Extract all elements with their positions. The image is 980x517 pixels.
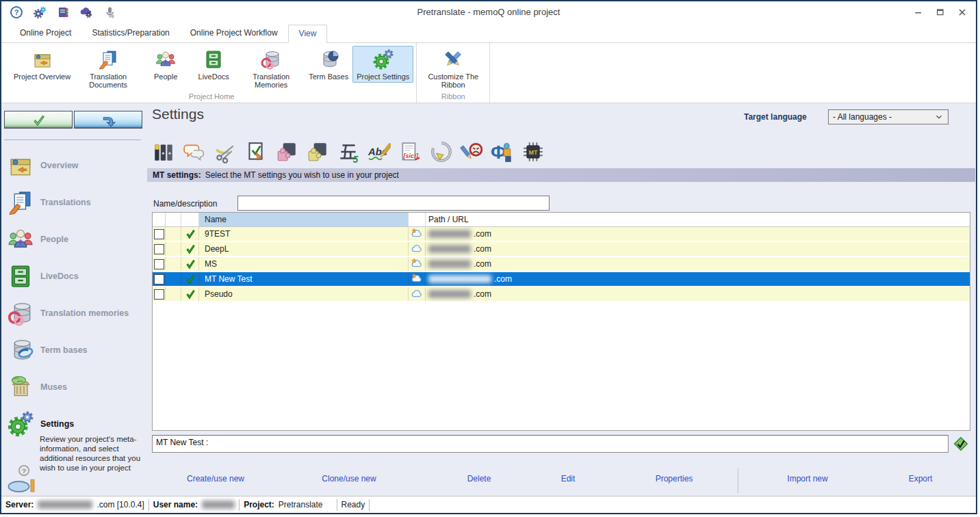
status-divider bbox=[369, 499, 370, 511]
spelling-pencil-icon[interactable]: Abc bbox=[368, 140, 391, 163]
minimize-button[interactable] bbox=[907, 3, 929, 22]
maximize-icon bbox=[935, 7, 946, 18]
ribbon-button-project-overview[interactable]: Project Overview bbox=[10, 46, 75, 83]
action-edit[interactable]: Edit bbox=[561, 474, 576, 483]
documents-icon bbox=[97, 49, 119, 70]
maximize-button[interactable] bbox=[929, 3, 951, 22]
row-path: .com bbox=[426, 242, 970, 256]
mt-settings-row[interactable]: MS.com bbox=[153, 257, 970, 272]
row-checkbox[interactable] bbox=[154, 274, 164, 284]
mt-settings-row[interactable]: 9TEST.com bbox=[153, 227, 970, 242]
tab-online-project-workflow[interactable]: Online Project Workflow bbox=[180, 25, 288, 42]
tab-statistics-preparation[interactable]: Statistics/Preparation bbox=[81, 25, 179, 42]
header-path-url[interactable]: Path / URL bbox=[426, 213, 970, 226]
lqa-face-icon[interactable] bbox=[460, 140, 483, 163]
ok-button[interactable] bbox=[4, 111, 73, 129]
sidebar-item-overview[interactable]: Overview bbox=[1, 147, 147, 184]
header-name[interactable]: Name bbox=[199, 213, 409, 226]
font-substitution-icon[interactable]: Φ bbox=[491, 140, 514, 163]
cloud-cell bbox=[409, 287, 426, 301]
close-icon bbox=[957, 7, 968, 18]
segmentation-scissors-icon[interactable] bbox=[214, 140, 237, 163]
ribbon: Project OverviewTranslation DocumentsPeo… bbox=[1, 43, 976, 103]
row-check-icon bbox=[185, 258, 196, 269]
sidebar-item-term-bases[interactable]: Term bases bbox=[1, 332, 147, 369]
chevron-up-icon[interactable] bbox=[954, 29, 966, 40]
status-divider bbox=[337, 499, 337, 511]
ribbon-button-people[interactable]: People bbox=[142, 46, 190, 83]
mt-chip-icon[interactable]: MT bbox=[521, 140, 545, 163]
question-icon: ? bbox=[18, 464, 30, 477]
ribbon-button-label: Translation Documents bbox=[79, 72, 138, 89]
row-name: DeepL bbox=[199, 242, 409, 256]
ribbon-button-livedocs[interactable]: LiveDocs bbox=[190, 46, 237, 83]
ribbon-button-translation-documents[interactable]: Translation Documents bbox=[75, 46, 142, 91]
row-name: 9TEST bbox=[199, 227, 409, 241]
ribbon-button-project-settings[interactable]: Project Settings bbox=[352, 46, 413, 83]
user-name-label: User name: bbox=[153, 500, 198, 509]
close-button[interactable] bbox=[951, 3, 973, 22]
sidebar-item-label: Muses bbox=[40, 382, 67, 392]
people-icon bbox=[155, 49, 177, 70]
sidebar-item-label: LiveDocs bbox=[40, 271, 79, 281]
target-language-label: Target language bbox=[744, 112, 807, 122]
qa-check-icon[interactable] bbox=[244, 140, 268, 163]
mt-settings-row[interactable]: Pseudo.com bbox=[153, 287, 970, 302]
sidebar-item-translations[interactable]: Translations bbox=[1, 184, 147, 221]
chat-bubbles-icon[interactable] bbox=[183, 140, 206, 163]
puzzle-yellow-icon[interactable] bbox=[306, 140, 329, 163]
action-delete[interactable]: Delete bbox=[467, 474, 491, 483]
tab-online-project[interactable]: Online Project bbox=[10, 25, 81, 42]
header-checkbox-column bbox=[153, 213, 166, 226]
action-clone-use-new[interactable]: Clone/use new bbox=[322, 474, 376, 483]
path-redacted bbox=[428, 290, 471, 298]
binders-icon[interactable] bbox=[152, 140, 175, 163]
banner-label: MT settings: bbox=[153, 170, 201, 180]
spacer-cell bbox=[166, 257, 181, 271]
path-suffix: .com bbox=[474, 289, 491, 299]
path-suffix: .com bbox=[474, 244, 491, 254]
sidebar-item-people[interactable]: People bbox=[1, 221, 147, 258]
ribbon-button-customize-the-ribbon[interactable]: Customize The Ribbon bbox=[420, 46, 487, 91]
status-cell bbox=[181, 287, 199, 301]
cjk-numbers-icon[interactable]: 5 bbox=[337, 140, 360, 163]
action-create-use-new[interactable]: Create/use new bbox=[187, 474, 244, 483]
sidebar-item-livedocs[interactable]: LiveDocs bbox=[1, 258, 147, 295]
status-cell bbox=[181, 272, 199, 286]
database-rings-icon bbox=[260, 49, 282, 70]
tab-view[interactable]: View bbox=[288, 25, 328, 43]
muse-icon bbox=[5, 373, 36, 401]
action-properties[interactable]: Properties bbox=[656, 474, 693, 483]
ribbon-button-translation-memories[interactable]: Translation Memories bbox=[237, 46, 305, 91]
puzzle-pink-icon[interactable] bbox=[275, 140, 298, 163]
action-import-new[interactable]: Import new bbox=[787, 474, 827, 483]
selection-detail-box[interactable]: MT New Test : bbox=[152, 435, 949, 453]
action-export[interactable]: Export bbox=[909, 474, 933, 483]
row-checkbox[interactable] bbox=[154, 244, 164, 254]
ribbon-button-term-bases[interactable]: Term Bases bbox=[305, 46, 352, 83]
sidebar-item-translation-memories[interactable]: Translation memories bbox=[1, 295, 147, 332]
ribbon-button-label: Project Overview bbox=[14, 72, 70, 81]
window-title: Pretranslate - memoQ online project bbox=[1, 1, 976, 23]
row-checkbox[interactable] bbox=[154, 289, 164, 300]
spacer-cell bbox=[166, 242, 181, 256]
cabinet-icon bbox=[203, 49, 224, 70]
autoupdate-arrow-icon[interactable] bbox=[429, 140, 452, 163]
target-language-select[interactable]: - All languages - bbox=[828, 109, 949, 124]
database-rings-icon bbox=[5, 300, 36, 327]
sidebar-item-muses[interactable]: Muses bbox=[1, 369, 147, 406]
checkbox-cell bbox=[153, 227, 166, 241]
project-label: Project: bbox=[244, 500, 274, 509]
cloud-star-icon bbox=[411, 228, 423, 240]
name-description-input[interactable] bbox=[237, 196, 550, 211]
svg-text:?: ? bbox=[22, 467, 26, 475]
row-check-icon bbox=[185, 228, 196, 239]
row-checkbox[interactable] bbox=[154, 259, 164, 269]
forward-button[interactable] bbox=[74, 111, 142, 129]
mt-settings-row[interactable]: DeepL.com bbox=[153, 242, 970, 257]
svg-text:[sic!]: [sic!] bbox=[402, 153, 419, 159]
mt-settings-row[interactable]: MT New Test.com bbox=[153, 272, 970, 287]
status-divider bbox=[149, 499, 149, 511]
sic-document-icon[interactable]: [sic!] bbox=[398, 140, 422, 163]
row-checkbox[interactable] bbox=[154, 229, 164, 239]
